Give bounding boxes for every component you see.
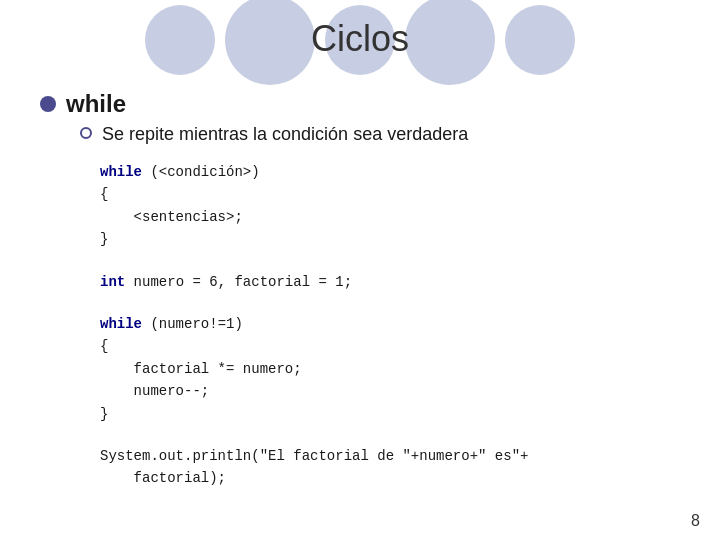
code-line-4: } [100,228,700,250]
code-line-w5: numero--; [100,380,700,402]
code-line-w4: factorial *= numero; [100,358,700,380]
code-line-w2: while (numero!=1) [100,313,700,335]
page-number: 8 [691,512,700,530]
sub-bullet-description: Se repite mientras la condición sea verd… [80,124,700,145]
code-block-println: System.out.println("El factorial de "+nu… [100,445,700,490]
code-line-2: { [100,183,700,205]
code-line-int: int numero = 6, factorial = 1; [100,271,700,293]
keyword-while-1: while [100,164,142,180]
code-line-w6: } [100,403,700,425]
keyword-int: int [100,274,125,290]
code-line-p2: factorial); [100,467,700,489]
sub-bullet-circle [80,127,92,139]
code-line-p1: System.out.println("El factorial de "+nu… [100,445,700,467]
code-line-3: <sentencias>; [100,206,700,228]
code-line-1: while (<condición>) [100,161,700,183]
keyword-while-2: while [100,316,142,332]
main-bullet-while: while [40,90,700,118]
code-block-basic-while: while (<condición>) { <sentencias>; } [100,161,700,251]
main-bullet-label: while [66,90,126,118]
content-area: while Se repite mientras la condición se… [40,90,700,510]
page-title: Ciclos [0,18,720,60]
code-line-w3: { [100,335,700,357]
bullet-circle-main [40,96,56,112]
sub-bullet-text: Se repite mientras la condición sea verd… [102,124,468,145]
code-block-int-decl: int numero = 6, factorial = 1; [100,271,700,293]
code-block-factorial-while: while (numero!=1) { factorial *= numero;… [100,313,700,425]
